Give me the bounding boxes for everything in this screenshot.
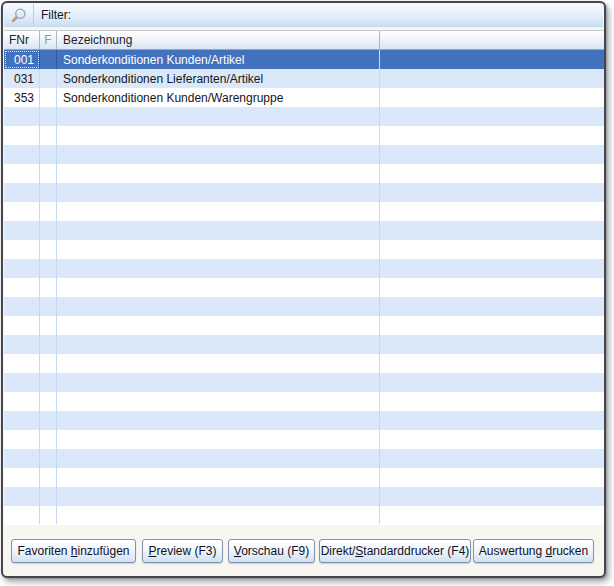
cell-bez xyxy=(57,354,380,373)
cell-fnr: 001 xyxy=(4,50,40,69)
cell-fnr xyxy=(4,221,40,240)
cell-bez xyxy=(57,259,380,278)
cell-bez: Sonderkonditionen Lieferanten/Artikel xyxy=(57,69,380,88)
cell-f xyxy=(40,354,57,373)
cell-f xyxy=(40,278,57,297)
cell-f xyxy=(40,468,57,487)
table-row[interactable] xyxy=(4,145,605,164)
cell-fnr xyxy=(4,297,40,316)
cell-fill xyxy=(380,506,605,524)
table-row[interactable] xyxy=(4,221,605,240)
column-header-bezeichnung[interactable]: Bezeichnung xyxy=(57,31,380,49)
report-selection-window: Filter: FNr F Bezeichnung 001Sonderkondi… xyxy=(1,1,606,578)
reports-table: FNr F Bezeichnung 001Sonderkonditionen K… xyxy=(4,30,605,525)
table-row[interactable] xyxy=(4,107,605,126)
cell-fnr xyxy=(4,240,40,259)
table-row[interactable]: 353Sonderkonditionen Kunden/Warengruppe xyxy=(4,88,605,107)
cell-fill xyxy=(380,278,605,297)
table-row[interactable] xyxy=(4,297,605,316)
cell-f xyxy=(40,430,57,449)
cell-fill xyxy=(380,316,605,335)
column-header-fnr[interactable]: FNr xyxy=(4,31,40,49)
cell-f xyxy=(40,392,57,411)
table-row[interactable] xyxy=(4,392,605,411)
table-row[interactable] xyxy=(4,373,605,392)
cell-fnr xyxy=(4,449,40,468)
table-row[interactable] xyxy=(4,240,605,259)
cell-bez xyxy=(57,468,380,487)
table-row[interactable] xyxy=(4,183,605,202)
cell-fnr xyxy=(4,354,40,373)
cell-fill xyxy=(380,145,605,164)
table-row[interactable] xyxy=(4,164,605,183)
auswertung-drucken-button[interactable]: Auswertung drucken xyxy=(473,539,594,563)
cell-bez xyxy=(57,506,380,524)
cell-f xyxy=(40,50,57,69)
cell-fill xyxy=(380,107,605,126)
cell-fnr xyxy=(4,506,40,524)
cell-fill xyxy=(380,392,605,411)
cell-fill xyxy=(380,354,605,373)
cell-f xyxy=(40,145,57,164)
cell-fill xyxy=(380,259,605,278)
favoriten-hinzufuegen-button[interactable]: Favoriten hinzufügen xyxy=(11,539,136,563)
cell-f xyxy=(40,449,57,468)
cell-bez: Sonderkonditionen Kunden/Artikel xyxy=(57,50,380,69)
cell-bez xyxy=(57,411,380,430)
table-row[interactable] xyxy=(4,487,605,506)
table-row[interactable] xyxy=(4,411,605,430)
cell-fnr: 353 xyxy=(4,88,40,107)
cell-fill xyxy=(380,449,605,468)
cell-f xyxy=(40,373,57,392)
cell-fill xyxy=(380,430,605,449)
column-header-filler xyxy=(380,31,605,49)
cell-fnr: 031 xyxy=(4,69,40,88)
cell-fnr xyxy=(4,373,40,392)
cell-bez: Sonderkonditionen Kunden/Warengruppe xyxy=(57,88,380,107)
table-row[interactable] xyxy=(4,335,605,354)
table-row[interactable] xyxy=(4,126,605,145)
cell-fnr xyxy=(4,335,40,354)
table-row[interactable] xyxy=(4,354,605,373)
cell-fill xyxy=(380,373,605,392)
cell-bez xyxy=(57,202,380,221)
cell-fnr xyxy=(4,316,40,335)
cell-fnr xyxy=(4,487,40,506)
table-row[interactable] xyxy=(4,506,605,524)
table-row[interactable] xyxy=(4,259,605,278)
table-body: 001Sonderkonditionen Kunden/Artikel031So… xyxy=(4,50,605,524)
table-row[interactable]: 001Sonderkonditionen Kunden/Artikel xyxy=(4,50,605,69)
cell-fnr xyxy=(4,183,40,202)
filter-icon-button[interactable] xyxy=(4,4,34,26)
table-row[interactable] xyxy=(4,202,605,221)
direkt-standarddrucker-f4-button[interactable]: Direkt/Standarddrucker (F4) xyxy=(319,539,471,563)
cell-fill xyxy=(380,88,605,107)
cell-fill xyxy=(380,487,605,506)
cell-fill xyxy=(380,411,605,430)
table-row[interactable] xyxy=(4,449,605,468)
cell-f xyxy=(40,202,57,221)
table-row[interactable] xyxy=(4,430,605,449)
table-row[interactable] xyxy=(4,278,605,297)
preview-f3-button[interactable]: Preview (F3) xyxy=(142,539,223,563)
cell-f xyxy=(40,297,57,316)
cell-f xyxy=(40,126,57,145)
cell-bez xyxy=(57,183,380,202)
cell-fnr xyxy=(4,126,40,145)
cell-bez xyxy=(57,126,380,145)
cell-f xyxy=(40,164,57,183)
cell-fnr xyxy=(4,392,40,411)
cell-fill xyxy=(380,297,605,316)
table-row[interactable] xyxy=(4,468,605,487)
cell-bez xyxy=(57,449,380,468)
vorschau-f9-button[interactable]: Vorschau (F9) xyxy=(228,539,315,563)
cell-bez xyxy=(57,316,380,335)
table-row[interactable]: 031Sonderkonditionen Lieferanten/Artikel xyxy=(4,69,605,88)
cell-bez xyxy=(57,107,380,126)
cell-fnr xyxy=(4,430,40,449)
cell-fnr xyxy=(4,164,40,183)
cell-fnr xyxy=(4,202,40,221)
column-header-f[interactable]: F xyxy=(40,31,57,49)
table-row[interactable] xyxy=(4,316,605,335)
cell-fill xyxy=(380,221,605,240)
